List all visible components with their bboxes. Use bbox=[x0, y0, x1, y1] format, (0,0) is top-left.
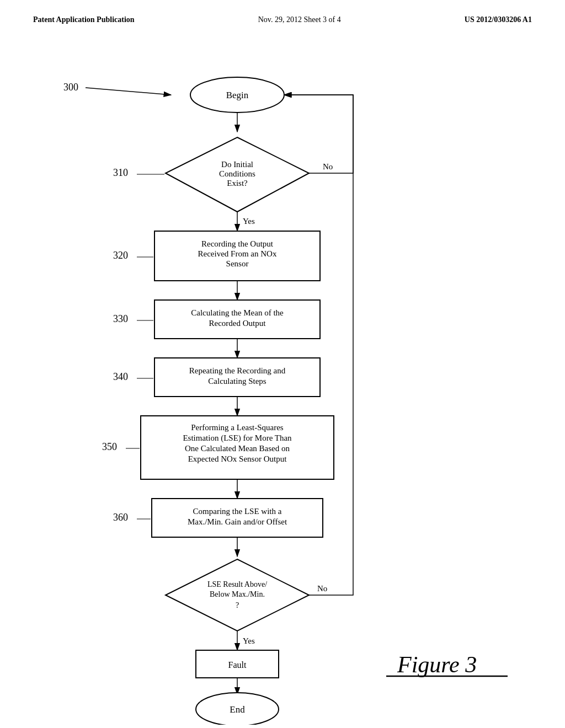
step310-line3: Exist? bbox=[227, 179, 248, 188]
ref-340: 340 bbox=[113, 371, 128, 382]
figure-label: Figure 3 bbox=[397, 652, 477, 677]
end-label: End bbox=[230, 704, 245, 715]
step350-line3: One Calculated Mean Based on bbox=[185, 444, 290, 453]
step340-line2: Calculating Steps bbox=[208, 377, 266, 386]
header-date-sheet: Nov. 29, 2012 Sheet 3 of 4 bbox=[258, 15, 341, 24]
step370-line1: LSE Result Above/ bbox=[207, 580, 267, 588]
step340-line1: Repeating the Recording and bbox=[189, 366, 286, 375]
step350-line1: Performing a Least-Squares bbox=[191, 423, 284, 432]
flowchart-container: 300 Begin Do Initial Conditions Exist? 3… bbox=[0, 30, 565, 725]
step310-line2: Conditions bbox=[219, 169, 255, 178]
flowchart-svg: 300 Begin Do Initial Conditions Exist? 3… bbox=[0, 30, 565, 725]
step320-line3: Sensor bbox=[226, 259, 249, 268]
step360-line2: Max./Min. Gain and/or Offset bbox=[188, 517, 287, 526]
no-label-370: No bbox=[317, 584, 327, 593]
fault-label: Fault bbox=[228, 660, 247, 670]
header-publication: Patent Application Publication bbox=[33, 15, 135, 24]
begin-label: Begin bbox=[226, 90, 249, 100]
header-patent-number: US 2012/0303206 A1 bbox=[465, 15, 532, 24]
step330-line2: Recorded Output bbox=[209, 319, 266, 328]
ref-360: 360 bbox=[113, 512, 128, 523]
ref-300: 300 bbox=[63, 82, 78, 93]
step360-line1: Comparing the LSE with a bbox=[193, 507, 282, 516]
step310-line1: Do Initial bbox=[221, 160, 253, 169]
step320-line1: Recording the Output bbox=[201, 239, 274, 248]
step370-line3: ? bbox=[236, 601, 239, 609]
ref-350: 350 bbox=[102, 441, 117, 452]
yes-label-310: Yes bbox=[243, 217, 255, 226]
step350-line2: Estimation (LSE) for More Than bbox=[183, 433, 292, 443]
step350-line4: Expected NOx Sensor Output bbox=[188, 454, 287, 463]
ref-330: 330 bbox=[113, 313, 128, 324]
svg-line-1 bbox=[86, 88, 171, 95]
step320-line2: Received From an NOx bbox=[198, 249, 277, 258]
yes-label-370: Yes bbox=[243, 636, 255, 645]
page-header: Patent Application Publication Nov. 29, … bbox=[0, 0, 565, 24]
step370-line2: Below Max./Min. bbox=[210, 590, 265, 598]
ref-310: 310 bbox=[113, 167, 128, 178]
no-label-310: No bbox=[323, 162, 333, 171]
ref-320: 320 bbox=[113, 250, 128, 261]
step330-line1: Calculating the Mean of the bbox=[191, 308, 284, 317]
